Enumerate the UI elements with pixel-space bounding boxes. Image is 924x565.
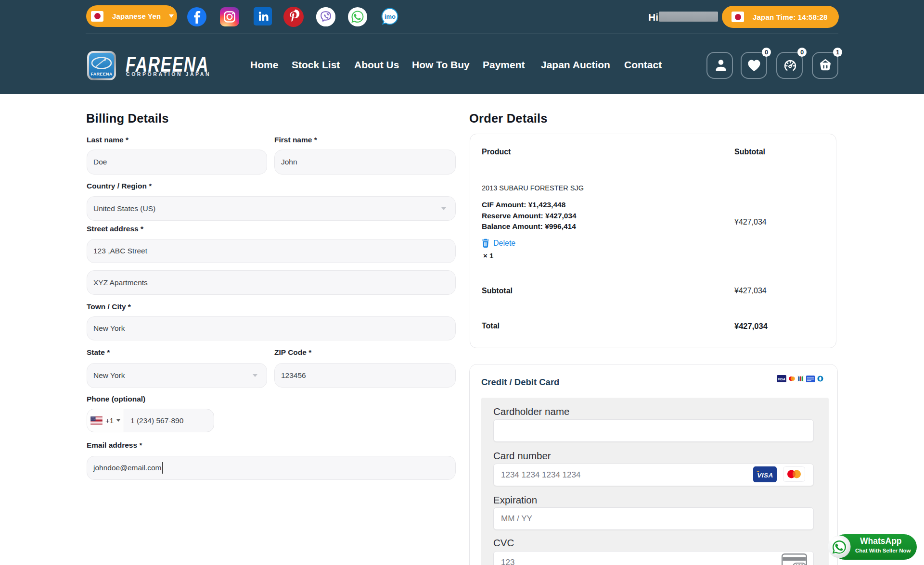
svg-text:VISA: VISA <box>778 377 785 381</box>
svg-text:VISA: VISA <box>757 472 773 479</box>
svg-text:FAREENA: FAREENA <box>90 72 112 76</box>
svg-text:imo: imo <box>385 13 396 20</box>
